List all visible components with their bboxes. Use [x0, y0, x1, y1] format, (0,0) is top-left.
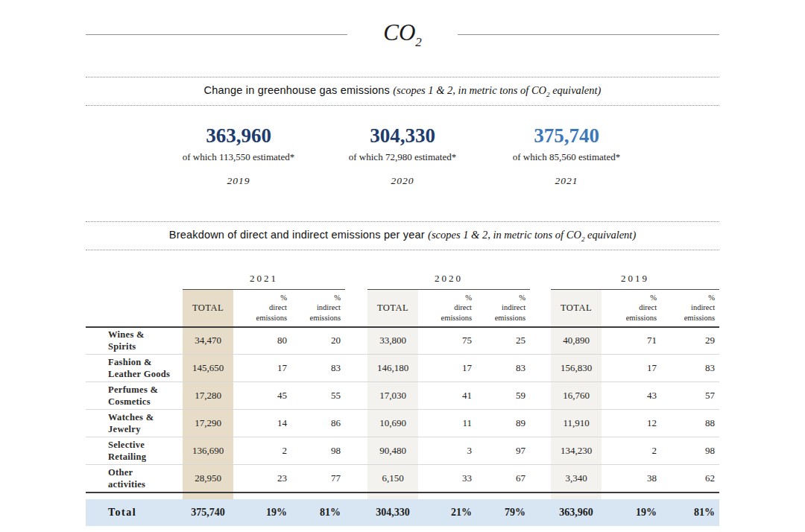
column-header-indirect: %indirectemissions — [661, 289, 719, 326]
summary-value: 363,960 — [157, 125, 321, 148]
table-cell: 23 — [233, 465, 291, 493]
table-cell: 19% — [602, 499, 661, 526]
table-cell-total: 6,150 — [367, 465, 418, 493]
table-cell-total: 145,650 — [183, 355, 233, 382]
column-header-indirect: %indirectemissions — [476, 289, 530, 326]
row-label-line: Jewelry — [108, 423, 182, 435]
spacer-cell — [602, 493, 661, 499]
column-header-row: TOTAL %directemissions %indirectemission… — [86, 289, 719, 326]
report-page: CO2 Change in greenhouse gas emissions (… — [86, 0, 719, 526]
table-cell: 11 — [418, 410, 476, 437]
column-gap — [345, 355, 367, 382]
year-header-2019: 2019 — [551, 273, 719, 290]
page-title-subscript: 2 — [415, 35, 422, 49]
table-cell-total: 16,760 — [551, 382, 602, 410]
summary-card-2021: 375,740 of which 85,560 estimated* 2021 — [484, 125, 648, 187]
table-cell-total: 40,890 — [551, 327, 602, 355]
column-gap — [530, 273, 551, 290]
summary-year: 2020 — [321, 175, 484, 187]
table-cell: 59 — [476, 382, 530, 410]
table-row-wines-spirits: Wines &Spirits 34,470 80 20 33,800 75 25… — [86, 327, 719, 355]
row-label-line: Fashion & — [108, 356, 182, 368]
section-breakdown-title-text: Breakdown of direct and indirect emissio… — [169, 229, 428, 241]
header-line: emissions — [233, 313, 287, 323]
summary-year: 2019 — [157, 175, 321, 187]
table-cell: 3 — [418, 437, 476, 465]
header-line: % — [291, 293, 341, 303]
table-cell: 71 — [602, 327, 661, 355]
table-cell: 19% — [233, 499, 291, 526]
column-gap — [345, 499, 367, 526]
empty-cell — [86, 273, 183, 290]
table-bottom-rule — [86, 493, 719, 499]
year-header-2021: 2021 — [183, 273, 345, 290]
table-cell: 33 — [418, 465, 476, 493]
table-cell: 14 — [233, 410, 291, 437]
row-label-line: Perfumes & — [108, 384, 182, 396]
section-title-breakdown: Breakdown of direct and indirect emissio… — [86, 221, 719, 250]
column-header-direct: %directemissions — [233, 289, 291, 326]
column-header-total: TOTAL — [551, 289, 602, 326]
spacer-cell — [345, 493, 367, 499]
table-row-perfumes-cosmetics: Perfumes &Cosmetics 17,280 45 55 17,030 … — [86, 382, 719, 410]
header-line: emissions — [476, 313, 525, 323]
summary-card-2019: 363,960 of which 113,550 estimated* 2019 — [157, 125, 321, 187]
column-gap — [345, 273, 367, 290]
table-cell: 38 — [602, 465, 661, 493]
table-cell-total: 33,800 — [367, 327, 418, 355]
table-row-total: Total 375,740 19% 81% 304,330 21% 79% 36… — [86, 499, 719, 526]
summary-value: 375,740 — [484, 125, 648, 148]
table-cell: 98 — [291, 437, 345, 465]
table-cell: 67 — [476, 465, 530, 493]
row-label-line: Other — [108, 466, 182, 478]
row-label-line: Watches & — [108, 411, 182, 423]
table-cell: 98 — [661, 437, 719, 465]
header-line: % — [418, 293, 472, 303]
column-gap — [530, 327, 551, 355]
table-cell: 80 — [233, 327, 291, 355]
table-cell: 97 — [476, 437, 530, 465]
header-line: direct — [602, 303, 657, 313]
row-label-line: Leather Goods — [108, 368, 182, 380]
table-cell: 75 — [418, 327, 476, 355]
spacer-cell — [551, 493, 602, 499]
table-cell-total: 17,030 — [367, 382, 418, 410]
table-cell: 25 — [476, 327, 530, 355]
spacer-cell — [418, 493, 476, 499]
table-cell-total: 34,470 — [183, 327, 233, 355]
table-cell-total: 10,690 — [367, 410, 418, 437]
table-cell-total: 134,230 — [551, 437, 602, 465]
total-row-label: Total — [86, 499, 183, 526]
row-label: Otheractivities — [86, 465, 183, 493]
header-line: emissions — [291, 313, 341, 323]
row-label: Perfumes &Cosmetics — [86, 382, 183, 410]
column-gap — [530, 499, 551, 526]
page-title-text: CO — [383, 19, 415, 45]
spacer-cell — [291, 493, 345, 499]
summary-detail: of which 113,550 estimated* — [157, 151, 321, 163]
note-text: (scopes 1 & 2, in metric tons of CO — [428, 229, 581, 241]
summary-value: 304,330 — [321, 125, 484, 148]
section-change-title-note: (scopes 1 & 2, in metric tons of CO2 equ… — [393, 84, 601, 96]
column-gap — [345, 465, 367, 493]
year-header-2020: 2020 — [367, 273, 530, 290]
table-row-other-activities: Otheractivities 28,950 23 77 6,150 33 67… — [86, 465, 719, 493]
header-line: indirect — [291, 303, 341, 313]
row-label-line: Spirits — [108, 341, 182, 352]
table-cell: 43 — [602, 382, 661, 410]
table-cell: 45 — [233, 382, 291, 410]
table-cell-total: 3,340 — [551, 465, 602, 493]
table-cell: 17 — [233, 355, 291, 382]
table-cell-total: 146,180 — [367, 355, 418, 382]
column-gap — [530, 289, 551, 326]
co2-heading: CO2 — [86, 0, 719, 48]
summary-card-2020: 304,330 of which 72,980 estimated* 2020 — [321, 125, 484, 187]
table-cell: 89 — [476, 410, 530, 437]
empty-cell — [86, 289, 183, 326]
note-text: equivalent) — [550, 84, 602, 96]
table-cell: 77 — [291, 465, 345, 493]
spacer-cell — [661, 493, 719, 499]
header-line: % — [476, 293, 525, 303]
column-gap — [530, 410, 551, 437]
table-cell: 41 — [418, 382, 476, 410]
